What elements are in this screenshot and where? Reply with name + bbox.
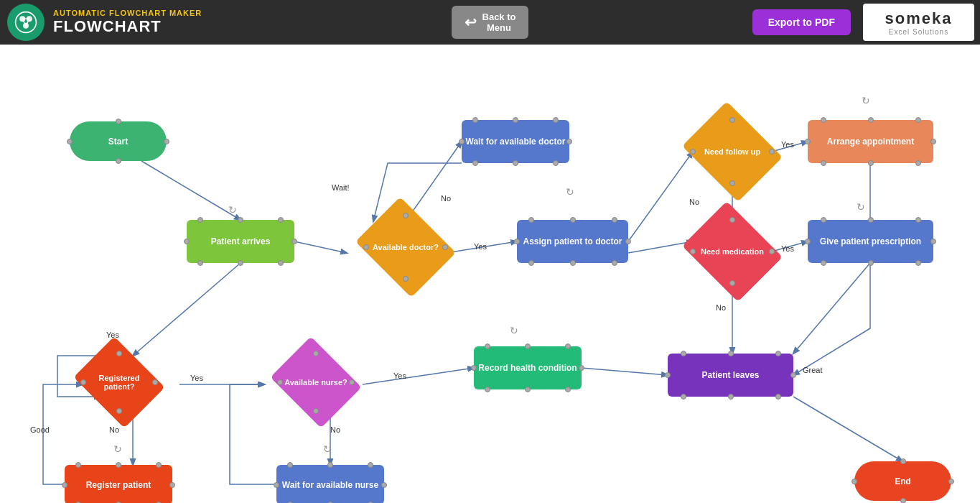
svg-line-23	[582, 368, 668, 375]
refresh-icon-arrange-appt: ↻	[862, 95, 870, 106]
refresh-icon-patient-arrives: ↻	[228, 204, 237, 216]
app-logo	[7, 4, 45, 41]
refresh-icon-wait-nurse: ↻	[323, 443, 332, 455]
svg-line-13	[294, 241, 347, 253]
arrange-appt-node[interactable]: Arrange appointment	[808, 120, 933, 163]
brand-sub: Excel Solutions	[889, 28, 948, 36]
register-patient-node[interactable]: Register patient	[65, 465, 172, 503]
svg-line-14	[406, 142, 462, 221]
svg-line-8	[133, 263, 241, 356]
end-node[interactable]: End	[854, 461, 951, 501]
label-no-doctor: No	[441, 194, 451, 203]
svg-line-11	[363, 368, 474, 384]
back-arrow-icon: ↩	[465, 14, 477, 31]
back-button-container: ↩ Back toMenu	[452, 6, 529, 39]
label-yes-registered: Yes	[106, 331, 119, 339]
label-no-followup: No	[689, 198, 699, 206]
arrange-appt-label: Arrange appointment	[827, 137, 914, 147]
register-patient-label: Register patient	[86, 480, 151, 490]
refresh-icon-record-health: ↻	[510, 325, 518, 336]
wait-doctor-label: Wait for available doctor	[466, 137, 566, 147]
assign-doctor-label: Assign patient to doctor	[523, 236, 622, 246]
available-doctor-node[interactable]: Available doctor?	[366, 216, 445, 279]
need-followup-node[interactable]: Need follow up	[693, 120, 772, 183]
app-subtitle: AUTOMATIC FLOWCHART MAKER	[53, 9, 202, 17]
label-good: Good	[30, 425, 50, 434]
need-followup-label: Need follow up	[704, 147, 760, 156]
assign-doctor-node[interactable]: Assign patient to doctor	[517, 220, 628, 263]
registered-patient-node[interactable]: Registered patient?	[83, 354, 155, 411]
label-yes-medication: Yes	[781, 244, 794, 253]
header-title-block: AUTOMATIC FLOWCHART MAKER FLOWCHART	[53, 9, 202, 36]
refresh-icon-give-prescription: ↻	[857, 201, 865, 213]
available-nurse-node[interactable]: Available nurse?	[280, 354, 352, 411]
back-to-menu-button[interactable]: ↩ Back toMenu	[452, 6, 529, 39]
export-pdf-button[interactable]: Export to PDF	[752, 9, 851, 35]
give-prescription-node[interactable]: Give patient prescription	[808, 220, 933, 263]
start-label: Start	[108, 137, 128, 147]
available-nurse-label: Available nurse?	[284, 378, 347, 387]
label-yes-nurse2: Yes	[393, 372, 406, 380]
patient-arrives-label: Patient arrives	[211, 236, 271, 246]
page-title: FLOWCHART	[53, 17, 202, 36]
svg-point-0	[16, 12, 37, 33]
label-no-registered: No	[109, 425, 119, 434]
wait-nurse-node[interactable]: Wait for available nurse	[276, 465, 384, 503]
available-doctor-label: Available doctor?	[373, 243, 439, 251]
record-health-label: Record health condition	[478, 363, 577, 373]
label-great: Great	[803, 366, 823, 374]
svg-line-7	[141, 161, 241, 220]
flowchart-canvas: ↻ ↻ ↻ ↻ ↻ ↻ ↻ Start Patient arrives Regi…	[0, 45, 980, 503]
svg-line-16	[628, 152, 693, 241]
patient-leaves-label: Patient leaves	[701, 370, 759, 380]
wait-nurse-label: Wait for available nurse	[282, 480, 378, 490]
need-medication-node[interactable]: Need medication	[693, 220, 772, 283]
header: AUTOMATIC FLOWCHART MAKER FLOWCHART ↩ Ba…	[0, 0, 980, 45]
need-medication-label: Need medication	[701, 247, 764, 256]
end-label: End	[895, 476, 911, 486]
label-yes-followup: Yes	[781, 140, 794, 149]
give-prescription-label: Give patient prescription	[820, 236, 921, 246]
registered-patient-label: Registered patient?	[83, 374, 155, 391]
brand-name: someka	[885, 9, 953, 28]
record-health-node[interactable]: Record health condition	[474, 346, 582, 389]
patient-leaves-node[interactable]: Patient leaves	[668, 354, 793, 397]
refresh-icon-assign-doctor: ↻	[566, 186, 574, 198]
svg-line-22	[793, 263, 870, 354]
label-yes-doctor: Yes	[474, 242, 487, 251]
someka-brand: someka Excel Solutions	[863, 4, 974, 41]
start-node[interactable]: Start	[70, 121, 167, 161]
svg-line-24	[793, 397, 902, 461]
arrows-layer	[0, 45, 980, 503]
wait-doctor-node[interactable]: Wait for available doctor	[462, 120, 569, 163]
label-yes-nurse: Yes	[190, 374, 203, 382]
label-no-nurse: No	[330, 425, 340, 434]
back-button-label: Back toMenu	[482, 11, 516, 33]
patient-arrives-node[interactable]: Patient arrives	[187, 220, 294, 263]
label-wait: Wait!	[332, 183, 350, 192]
refresh-icon-register-patient: ↻	[113, 443, 122, 455]
label-no-medication: No	[716, 303, 726, 312]
